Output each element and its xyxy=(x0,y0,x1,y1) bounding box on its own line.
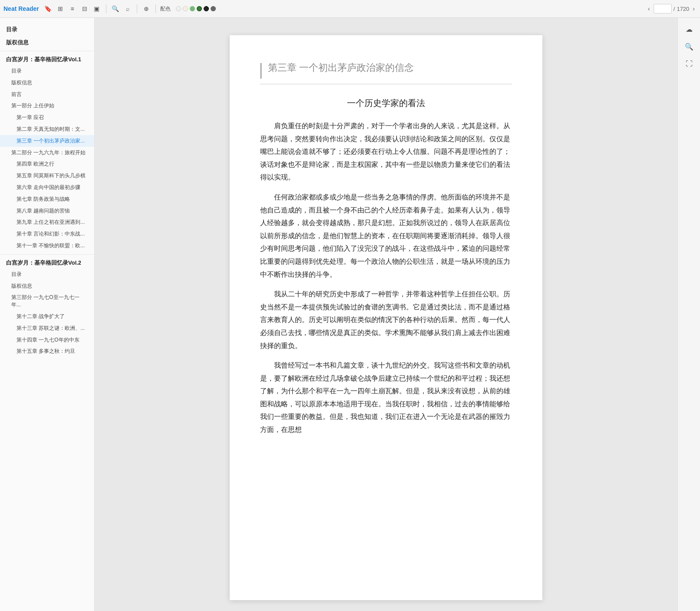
page-number-input[interactable]: 76 xyxy=(654,4,672,13)
chapter-bar xyxy=(260,63,262,79)
paragraph-1: 肩负重任的时刻是十分严肃的，对于一个学者出身的人来说，尤其是这样。从思考问题，突… xyxy=(260,120,512,184)
color-white[interactable] xyxy=(176,6,181,11)
sidebar-item-toc2[interactable]: 目录 xyxy=(0,269,94,280)
menu-icon[interactable]: ≡ xyxy=(68,4,77,13)
color-black[interactable] xyxy=(204,6,209,11)
paragraph-2: 任何政治家都或多或少地是一些当务之急事情的俘虏。他所面临的环境并不是他自己造成的… xyxy=(260,191,512,281)
color-palette xyxy=(176,6,216,11)
fullscreen-icon[interactable]: ⛶ xyxy=(682,57,696,71)
book-page: HaYona.cn 第三章 一个初出茅庐政治家的信念 一个历史学家的看法 肩负重… xyxy=(230,35,542,600)
section-title: 一个历史学家的看法 xyxy=(260,97,512,109)
color-green[interactable] xyxy=(190,6,195,11)
sidebar-item-ch9[interactable]: 第九章 上任之初在亚洲遇到... xyxy=(0,216,94,228)
sidebar-item-ch15[interactable]: 第十五章 多事之秋：约旦 xyxy=(0,345,94,357)
sidebar-item-ch3[interactable]: 第三章 一个初出茅庐政治家... xyxy=(0,135,94,147)
app-title: Neat Reader xyxy=(3,5,39,12)
sidebar-item-copyright2[interactable]: 版权信息 xyxy=(0,280,94,292)
add-page-icon[interactable]: ⊕ xyxy=(142,4,151,13)
toolbar: Neat Reader 🔖 ⊞ ≡ ⊟ ▣ 🔍 ⌕ ⊕ 配色 ‹ 76 / 17… xyxy=(0,0,700,18)
sidebar-item-ch7[interactable]: 第七章 防务政策与战略 xyxy=(0,193,94,205)
sidebar-item-part2[interactable]: 第二部分 一九六九年：旅程开始 xyxy=(0,147,94,159)
color-config-label: 配色 xyxy=(160,5,171,13)
sidebar-vol1-title: 白宫岁月：基辛格回忆录Vol.1 xyxy=(0,51,94,65)
search-icon[interactable]: ⌕ xyxy=(123,4,132,13)
sidebar-item-ch13[interactable]: 第十三章 苏联之谜：欧洲、... xyxy=(0,322,94,334)
copy-icon[interactable]: ⊞ xyxy=(56,4,65,13)
next-page-button[interactable]: › xyxy=(691,4,697,13)
sidebar-item-ch11[interactable]: 第十一章 不愉快的联盟：欧... xyxy=(0,240,94,252)
page-total: 1720 xyxy=(677,6,689,12)
right-search-icon[interactable]: 🔍 xyxy=(682,40,696,53)
sidebar-item-ch5[interactable]: 第五章 同莫斯科下的头几步棋 xyxy=(0,170,94,182)
chapter-title: 第三章 一个初出茅庐政治家的信念 xyxy=(268,61,414,75)
sidebar-vol2-title: 白宫岁月：基辛格回忆录Vol.2 xyxy=(0,254,94,269)
sidebar-item-ch8[interactable]: 第八章 越南问题的苦恼 xyxy=(0,205,94,217)
sidebar: 目录 版权信息 白宫岁月：基辛格回忆录Vol.1 目录 版权信息 前言 第一部分… xyxy=(0,18,95,611)
search-circle-icon[interactable]: 🔍 xyxy=(111,4,120,13)
sidebar-toc-top[interactable]: 目录 xyxy=(0,22,94,35)
content-area: HaYona.cn 第三章 一个初出茅庐政治家的信念 一个历史学家的看法 肩负重… xyxy=(95,18,677,611)
sidebar-item-ch10[interactable]: 第十章 言论和幻影：中东战... xyxy=(0,228,94,240)
color-dark-green[interactable] xyxy=(197,6,202,11)
sidebar-item-toc1[interactable]: 目录 xyxy=(0,65,94,77)
bookmark-icon[interactable]: 🔖 xyxy=(43,4,53,13)
color-gray[interactable] xyxy=(211,6,216,11)
cloud-icon[interactable]: ☁ xyxy=(682,22,696,36)
separator2 xyxy=(137,4,137,13)
sidebar-item-ch12[interactable]: 第十二章 战争扩大了 xyxy=(0,311,94,322)
sidebar-item-ch2[interactable]: 第二章 天真无知的时期：文... xyxy=(0,123,94,135)
page-icon[interactable]: ▣ xyxy=(92,4,102,13)
separator xyxy=(106,4,106,13)
main-layout: 目录 版权信息 白宫岁月：基辛格回忆录Vol.1 目录 版权信息 前言 第一部分… xyxy=(0,18,700,611)
sidebar-copyright-top[interactable]: 版权信息 xyxy=(0,35,94,48)
sidebar-item-preface[interactable]: 前言 xyxy=(0,89,94,100)
prev-page-button[interactable]: ‹ xyxy=(646,4,652,13)
sidebar-item-ch1[interactable]: 第一章 应召 xyxy=(0,112,94,123)
paragraph-3: 我从二十年的研究历史中形成了一种哲学，并带着这种哲学上任担任公职。历史当然不是一… xyxy=(260,288,512,352)
sidebar-item-ch6[interactable]: 第六章 走向中国的最初步骤 xyxy=(0,182,94,193)
color-cream[interactable] xyxy=(183,6,188,11)
paragraph-4: 我曾经写过一本书和几篇文章，谈十九世纪的外交。我写这些书和文章的动机是，要了解欧… xyxy=(260,359,512,436)
chapter-header: 第三章 一个初出茅庐政治家的信念 xyxy=(260,61,512,84)
separator3 xyxy=(155,4,156,13)
grid-icon[interactable]: ⊟ xyxy=(80,4,89,13)
sidebar-item-ch4[interactable]: 第四章 欧洲之行 xyxy=(0,158,94,170)
sidebar-item-part1[interactable]: 第一部分 上任伊始 xyxy=(0,100,94,112)
page-navigation: ‹ 76 / 1720 › xyxy=(646,4,697,13)
right-panel: ☁ 🔍 ⛶ xyxy=(677,18,700,611)
page-separator: / xyxy=(674,6,675,12)
sidebar-item-ch14[interactable]: 第十四章 一九七O年的中东 xyxy=(0,334,94,346)
sidebar-item-part3[interactable]: 第三部分 一九七O至一九七一年... xyxy=(0,292,94,311)
sidebar-item-copyright1[interactable]: 版权信息 xyxy=(0,77,94,89)
